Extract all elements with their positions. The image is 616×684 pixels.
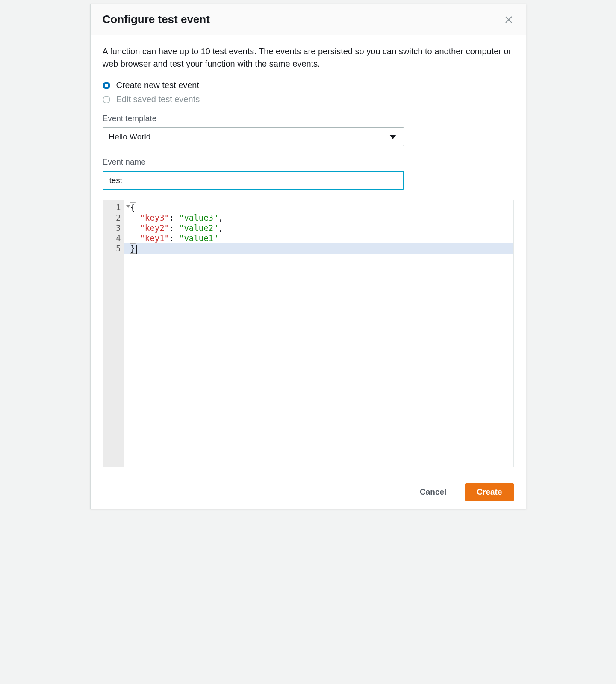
gutter-line: 5 <box>103 243 124 254</box>
event-name-label: Event name <box>103 157 514 167</box>
close-icon[interactable] <box>504 15 514 25</box>
modal-header: Configure test event <box>91 4 526 35</box>
event-mode-radio-group: Create new test event Edit saved test ev… <box>103 80 514 104</box>
editor-gutter: 1 2 3 4 5 <box>103 200 124 467</box>
modal-footer: Cancel Create <box>91 475 526 509</box>
editor-content[interactable]: { "key3": "value3", "key2": "value2", "k… <box>124 200 513 467</box>
print-margin <box>492 200 492 467</box>
event-template-select[interactable]: Hello World <box>103 127 404 146</box>
radio-icon <box>103 82 110 89</box>
radio-icon <box>103 96 110 103</box>
gutter-line: 2 <box>103 212 124 223</box>
radio-label: Create new test event <box>116 80 200 90</box>
radio-label: Edit saved test events <box>116 94 200 104</box>
cursor <box>136 245 137 254</box>
gutter-line: 4 <box>103 233 124 243</box>
modal-description: A function can have up to 10 test events… <box>103 45 514 70</box>
radio-edit-saved-events: Edit saved test events <box>103 94 514 104</box>
gutter-line: 3 <box>103 223 124 233</box>
event-name-input[interactable] <box>103 171 404 190</box>
cancel-button[interactable]: Cancel <box>409 483 457 501</box>
modal-title: Configure test event <box>103 13 210 26</box>
event-name-wrapper <box>103 171 404 190</box>
radio-create-new-event[interactable]: Create new test event <box>103 80 514 90</box>
create-button[interactable]: Create <box>465 483 513 501</box>
code-line: "key1": "value1" <box>130 233 513 243</box>
event-template-label: Event template <box>103 114 514 123</box>
code-line: "key2": "value2", <box>130 223 513 233</box>
modal-body: A function can have up to 10 test events… <box>91 35 526 475</box>
configure-test-event-modal: Configure test event A function can have… <box>90 4 526 509</box>
json-code-editor[interactable]: 1 2 3 4 5 { "key3": "value3", "key2": "v… <box>103 200 514 467</box>
code-line: "key3": "value3", <box>130 212 513 223</box>
code-line: } <box>124 243 513 254</box>
gutter-line: 1 <box>103 202 124 212</box>
event-template-select-wrapper: Hello World <box>103 127 404 146</box>
code-line: { <box>130 202 513 212</box>
